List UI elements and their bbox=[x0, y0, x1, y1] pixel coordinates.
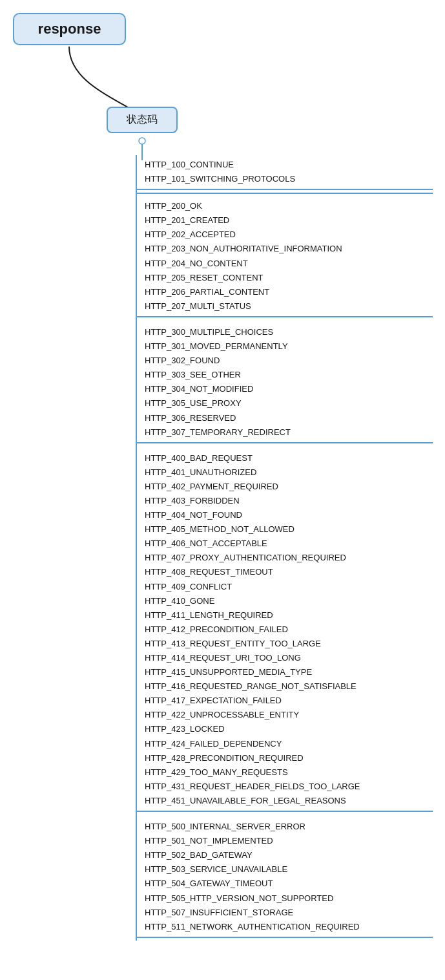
diagram-container: response 状态码 HTTP_100_CONTINUE HTTP_101_… bbox=[0, 0, 445, 39]
list-item: HTTP_402_PAYMENT_REQUIRED bbox=[145, 480, 433, 494]
svg-point-0 bbox=[139, 138, 145, 144]
list-item: HTTP_302_FOUND bbox=[145, 354, 433, 368]
list-item: HTTP_500_INTERNAL_SERVER_ERROR bbox=[145, 820, 433, 834]
list-item: HTTP_451_UNAVAILABLE_FOR_LEGAL_REASONS bbox=[145, 794, 433, 808]
list-item: HTTP_429_TOO_MANY_REQUESTS bbox=[145, 765, 433, 780]
list-item: HTTP_431_REQUEST_HEADER_FIELDS_TOO_LARGE bbox=[145, 780, 433, 794]
list-item: HTTP_411_LENGTH_REQUIRED bbox=[145, 608, 433, 623]
group-4xx: HTTP_400_BAD_REQUEST HTTP_401_UNAUTHORIZ… bbox=[137, 446, 433, 815]
list-item: HTTP_417_EXPECTATION_FAILED bbox=[145, 694, 433, 708]
list-item: HTTP_403_FORBIDDEN bbox=[145, 494, 433, 508]
list-item: HTTP_206_PARTIAL_CONTENT bbox=[145, 285, 433, 299]
list-item: HTTP_205_RESET_CONTENT bbox=[145, 271, 433, 285]
group-3xx: HTTP_300_MULTIPLE_CHOICES HTTP_301_MOVED… bbox=[137, 320, 433, 446]
list-item: HTTP_401_UNAUTHORIZED bbox=[145, 465, 433, 480]
list-item: HTTP_504_GATEWAY_TIMEOUT bbox=[145, 877, 433, 891]
list-item: HTTP_306_RESERVED bbox=[145, 411, 433, 425]
list-item: HTTP_101_SWITCHING_PROTOCOLS bbox=[145, 172, 433, 186]
list-item: HTTP_409_CONFLICT bbox=[145, 580, 433, 594]
list-item: HTTP_406_NOT_ACCEPTABLE bbox=[145, 537, 433, 551]
list-item: HTTP_422_UNPROCESSABLE_ENTITY bbox=[145, 708, 433, 722]
list-item: HTTP_202_ACCEPTED bbox=[145, 228, 433, 242]
list-item: HTTP_410_GONE bbox=[145, 594, 433, 608]
list-item: HTTP_201_CREATED bbox=[145, 213, 433, 228]
list-item: HTTP_207_MULTI_STATUS bbox=[145, 299, 433, 314]
list-item: HTTP_307_TEMPORARY_REDIRECT bbox=[145, 425, 433, 440]
list-item: HTTP_303_SEE_OTHER bbox=[145, 368, 433, 382]
response-node: response bbox=[13, 13, 126, 45]
response-label: response bbox=[38, 21, 101, 37]
list-item: HTTP_404_NOT_FOUND bbox=[145, 508, 433, 522]
list-item: HTTP_428_PRECONDITION_REQUIRED bbox=[145, 751, 433, 765]
status-code-node: 状态码 bbox=[107, 107, 178, 133]
list-item: HTTP_204_NO_CONTENT bbox=[145, 257, 433, 271]
list-item: HTTP_203_NON_AUTHORITATIVE_INFORMATION bbox=[145, 242, 433, 256]
list-item: HTTP_100_CONTINUE bbox=[145, 158, 433, 172]
group-2xx: HTTP_200_OK HTTP_201_CREATED HTTP_202_AC… bbox=[137, 194, 433, 320]
status-label: 状态码 bbox=[127, 114, 158, 125]
group-1xx: HTTP_100_CONTINUE HTTP_101_SWITCHING_PRO… bbox=[137, 155, 433, 194]
list-item: HTTP_305_USE_PROXY bbox=[145, 396, 433, 410]
list-item: HTTP_412_PRECONDITION_FAILED bbox=[145, 623, 433, 637]
list-item: HTTP_415_UNSUPPORTED_MEDIA_TYPE bbox=[145, 665, 433, 679]
list-item: HTTP_400_BAD_REQUEST bbox=[145, 451, 433, 465]
list-item: HTTP_405_METHOD_NOT_ALLOWED bbox=[145, 522, 433, 537]
list-item: HTTP_507_INSUFFICIENT_STORAGE bbox=[145, 906, 433, 920]
list-item: HTTP_408_REQUEST_TIMEOUT bbox=[145, 565, 433, 579]
group-5xx: HTTP_500_INTERNAL_SERVER_ERROR HTTP_501_… bbox=[137, 815, 433, 941]
list-item: HTTP_304_NOT_MODIFIED bbox=[145, 382, 433, 396]
list-item: HTTP_200_OK bbox=[145, 199, 433, 213]
list-item: HTTP_501_NOT_IMPLEMENTED bbox=[145, 834, 433, 848]
list-item: HTTP_414_REQUEST_URI_TOO_LONG bbox=[145, 651, 433, 665]
list-item: HTTP_511_NETWORK_AUTHENTICATION_REQUIRED bbox=[145, 920, 433, 934]
list-item: HTTP_423_LOCKED bbox=[145, 722, 433, 736]
list-item: HTTP_416_REQUESTED_RANGE_NOT_SATISFIABLE bbox=[145, 679, 433, 694]
list-item: HTTP_301_MOVED_PERMANENTLY bbox=[145, 339, 433, 354]
list-item: HTTP_300_MULTIPLE_CHOICES bbox=[145, 325, 433, 339]
list-item: HTTP_505_HTTP_VERSION_NOT_SUPPORTED bbox=[145, 891, 433, 906]
list-item: HTTP_407_PROXY_AUTHENTICATION_REQUIRED bbox=[145, 551, 433, 565]
list-item: HTTP_424_FAILED_DEPENDENCY bbox=[145, 737, 433, 751]
list-item: HTTP_503_SERVICE_UNAVAILABLE bbox=[145, 862, 433, 877]
groups-container: HTTP_100_CONTINUE HTTP_101_SWITCHING_PRO… bbox=[136, 155, 433, 941]
list-item: HTTP_413_REQUEST_ENTITY_TOO_LARGE bbox=[145, 637, 433, 651]
list-item: HTTP_502_BAD_GATEWAY bbox=[145, 848, 433, 862]
